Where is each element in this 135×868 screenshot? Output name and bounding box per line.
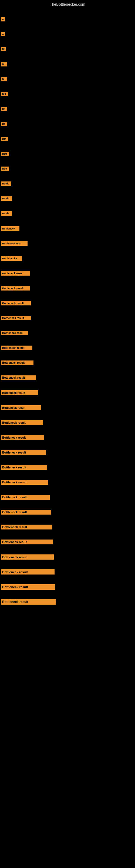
list-item: Bottleneck result <box>1 598 56 606</box>
item-label: Bottleneck result <box>1 465 47 470</box>
list-item: Bo <box>1 106 8 112</box>
item-label: Bottle <box>1 196 12 201</box>
list-item: B <box>1 16 5 23</box>
item-label: Bottleneck result <box>1 316 31 320</box>
list-item: Bottleneck resu <box>1 330 29 336</box>
list-item: Bott <box>1 165 10 172</box>
list-item: Bottleneck result <box>1 464 48 471</box>
list-item: Bottle <box>1 210 12 217</box>
list-item: Bottleneck result <box>1 434 45 441</box>
list-item: Bottleneck result <box>1 508 52 516</box>
item-label: Bo <box>1 122 7 126</box>
item-label: Bottleneck result <box>1 569 54 575</box>
list-item: Bo <box>1 76 8 83</box>
list-item: Bottleneck result <box>1 285 31 291</box>
item-label: Bo <box>1 107 7 111</box>
item-label: Bo <box>1 47 6 51</box>
list-item: Bottleneck result <box>1 419 43 426</box>
item-label: Bottleneck result <box>1 554 54 560</box>
item-label: Bottleneck r <box>1 256 22 261</box>
item-label: Bottleneck result <box>1 435 44 440</box>
item-label: Bott <box>1 152 9 156</box>
item-label: Bo <box>1 77 7 82</box>
list-item: Bottleneck result <box>1 360 34 366</box>
item-label: Bottleneck resu <box>1 241 28 246</box>
list-item: Bottleneck result <box>1 494 50 501</box>
list-item: Bo <box>1 121 8 127</box>
item-label: B <box>1 32 5 36</box>
list-item: Bottleneck result <box>1 583 56 591</box>
item-label: Bottleneck result <box>1 271 30 276</box>
site-title: TheBottlenecker.com <box>0 0 135 9</box>
item-label: Bottleneck result <box>1 346 32 350</box>
list-item: Bo <box>1 61 8 67</box>
list-item: Bottleneck result <box>1 300 31 307</box>
item-label: Bottleneck result <box>1 361 34 365</box>
list-item: Bottleneck result <box>1 553 54 561</box>
item-label: Bottle <box>1 182 11 186</box>
list-item: Bottleneck result <box>1 479 49 486</box>
list-item: Bot <box>1 135 9 142</box>
item-label: Bottleneck <box>1 226 19 231</box>
list-item: Bottleneck result <box>1 374 37 381</box>
item-label: Bottleneck result <box>1 495 50 500</box>
item-label: Bottleneck result <box>1 286 30 290</box>
item-label: Bottleneck result <box>1 584 55 590</box>
item-label: Bottleneck result <box>1 480 48 485</box>
list-item: Bott <box>1 151 10 157</box>
item-label: B <box>1 18 5 22</box>
list-item: Bo <box>1 46 6 52</box>
item-label: Bottleneck result <box>1 390 38 395</box>
list-item: Bottleneck result <box>1 344 33 351</box>
list-item: B <box>1 31 5 37</box>
item-label: Bot <box>1 92 8 96</box>
item-label: Bottleneck result <box>1 405 41 410</box>
item-label: Bottleneck result <box>1 525 52 529</box>
item-label: Bottleneck result <box>1 599 56 604</box>
list-item: Bottleneck <box>1 225 20 232</box>
item-label: Bottleneck result <box>1 420 43 425</box>
item-label: Bottle <box>1 211 12 216</box>
list-item: Bottleneck result <box>1 568 55 576</box>
item-label: Bottleneck result <box>1 375 36 380</box>
list-item: Bottleneck result <box>1 449 46 456</box>
item-label: Bottleneck resu <box>1 331 28 335</box>
list-item: Bottleneck result <box>1 404 42 411</box>
item-label: Bottleneck result <box>1 301 31 305</box>
item-label: Bottleneck result <box>1 450 46 455</box>
item-label: Bot <box>1 137 8 141</box>
list-item: Bottleneck resu <box>1 240 28 247</box>
list-item: Bottleneck result <box>1 270 31 277</box>
item-label: Bott <box>1 166 9 171</box>
item-label: Bottleneck result <box>1 539 53 545</box>
item-label: Bo <box>1 62 7 66</box>
list-item: Bottleneck result <box>1 389 39 396</box>
list-item: Bottleneck result <box>1 524 53 531</box>
list-item: Bottle <box>1 195 12 202</box>
item-label: Bottleneck result <box>1 510 51 515</box>
list-item: Bot <box>1 91 9 97</box>
list-item: Bottleneck result <box>1 315 32 321</box>
list-item: Bottle <box>1 180 12 187</box>
list-item: Bottleneck r <box>1 255 23 262</box>
list-item: Bottleneck result <box>1 538 53 546</box>
